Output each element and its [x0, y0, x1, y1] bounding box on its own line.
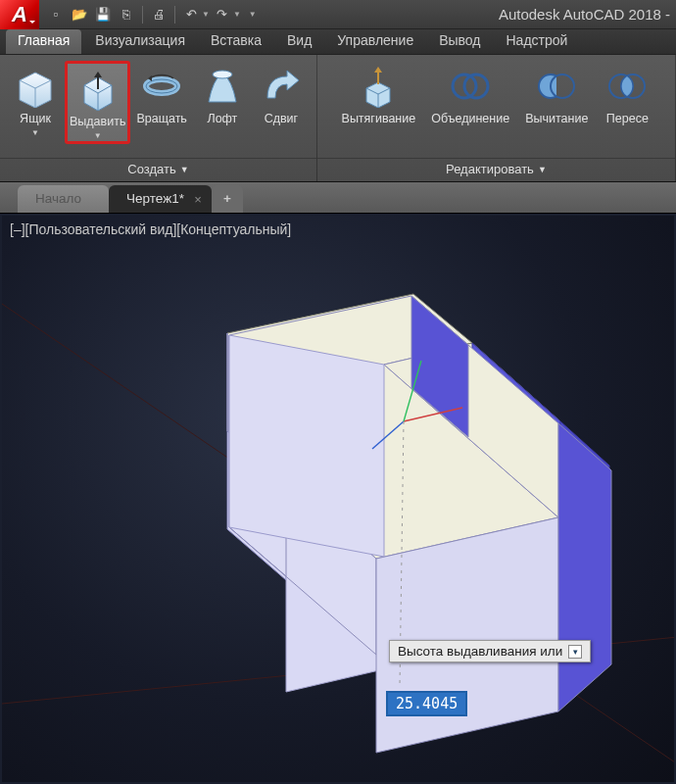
intersect-icon [604, 63, 651, 110]
separator [174, 6, 175, 24]
viewport-controls[interactable]: [–][Пользовательский вид][Концептуальный… [10, 221, 291, 237]
panel-title-label: Создать [127, 162, 175, 176]
tool-label: Выдавить [70, 115, 125, 130]
dynamic-tooltip: Высота выдавливания или ▾ [389, 640, 591, 662]
tab-insert[interactable]: Вставка [199, 29, 273, 54]
tab-label: Управление [337, 32, 413, 48]
panel-title[interactable]: Создать ▼ [0, 158, 316, 181]
loft-icon [199, 63, 246, 110]
tool-label: Вращать [136, 112, 186, 127]
doc-tab-start[interactable]: Начало [18, 185, 109, 213]
subtract-icon [533, 63, 580, 110]
tab-label: Надстрой [507, 32, 568, 48]
3d-solid[interactable] [110, 265, 619, 774]
tool-presspull[interactable]: Вытягивание [336, 61, 422, 129]
doc-tab-label: Начало [35, 191, 81, 206]
dropdown-icon[interactable]: ▼ [31, 129, 39, 138]
separator [142, 6, 143, 24]
tool-intersect[interactable]: Пересе [598, 61, 656, 129]
sweep-icon [258, 63, 305, 110]
tool-union[interactable]: Объединение [425, 61, 515, 129]
tool-label: Ящик [20, 112, 51, 127]
tab-addins[interactable]: Надстрой [495, 29, 580, 54]
close-icon[interactable]: × [194, 192, 202, 207]
ribbon: Ящик ▼ Выдавить ▼ Вращать [0, 55, 676, 182]
tab-output[interactable]: Вывод [427, 29, 492, 54]
presspull-icon [355, 63, 402, 110]
app-menu-button[interactable]: A [0, 0, 39, 29]
tab-label: Главная [18, 32, 70, 48]
chevron-down-icon: ▼ [180, 165, 189, 174]
new-tab-button[interactable]: + [212, 185, 243, 213]
app-title: Autodesk AutoCAD 2018 - [263, 6, 676, 23]
svg-marker-5 [94, 72, 102, 77]
tab-view[interactable]: Вид [275, 29, 323, 54]
doc-tab-drawing1[interactable]: Чертеж1* × [109, 185, 212, 213]
svg-point-9 [213, 71, 232, 78]
box-icon [12, 63, 59, 110]
print-icon[interactable]: 🖨 [148, 4, 169, 25]
saveas-icon[interactable]: ⎘ [116, 4, 137, 25]
union-icon [447, 63, 494, 110]
new-icon[interactable]: ▫ [45, 4, 67, 25]
redo-icon[interactable]: ↷ [212, 4, 233, 25]
doc-tab-label: Чертеж1* [126, 191, 184, 206]
panel-title[interactable]: Редактировать ▼ [317, 158, 675, 181]
tool-label: Сдвиг [265, 112, 299, 127]
quick-access-toolbar: ▫ 📂 💾 ⎘ 🖨 ↶▼ ↷▼ ▼ [39, 0, 263, 28]
revolve-icon [138, 63, 185, 110]
tool-sweep[interactable]: Сдвиг [252, 61, 311, 129]
tool-label: Вытягивание [342, 112, 416, 127]
tab-manage[interactable]: Управление [325, 29, 425, 54]
tooltip-more-icon[interactable]: ▾ [568, 645, 582, 659]
panel-create: Ящик ▼ Выдавить ▼ Вращать [0, 55, 317, 181]
svg-marker-52 [229, 335, 384, 557]
chevron-down-icon: ▼ [538, 165, 547, 174]
title-bar: A ▫ 📂 💾 ⎘ 🖨 ↶▼ ↷▼ ▼ Autodesk AutoCAD 201… [0, 0, 676, 29]
tool-label: Объединение [431, 112, 509, 127]
tool-subtract[interactable]: Вычитание [519, 61, 594, 129]
svg-marker-13 [374, 67, 382, 73]
svg-marker-47 [558, 423, 611, 711]
tool-revolve[interactable]: Вращать [130, 61, 192, 129]
tool-box[interactable]: Ящик ▼ [6, 61, 65, 140]
tab-label: Вставка [211, 32, 262, 48]
svg-marker-44 [376, 517, 558, 753]
tool-label: Лофт [207, 112, 237, 127]
tab-label: Вид [287, 32, 312, 48]
dynamic-input[interactable]: 25.4045 [386, 691, 467, 716]
tab-label: Вывод [439, 32, 480, 48]
extrude-icon [74, 66, 121, 113]
tool-label: Вычитание [525, 112, 588, 127]
undo-icon[interactable]: ↶ [180, 4, 202, 25]
tooltip-text: Высота выдавливания или [398, 644, 562, 659]
tool-label: Пересе [606, 112, 649, 127]
document-tabs: Начало Чертеж1* × + [0, 182, 676, 214]
tab-home[interactable]: Главная [6, 29, 81, 54]
app-logo-letter: A [12, 2, 27, 27]
open-icon[interactable]: 📂 [69, 4, 90, 25]
drawing-viewport[interactable]: [–][Пользовательский вид][Концептуальный… [2, 216, 674, 782]
save-icon[interactable]: 💾 [92, 4, 114, 25]
tab-label: Визуализация [95, 32, 185, 48]
panel-edit: Вытягивание Объединение Вычитание Пересе [317, 55, 676, 181]
tab-visualize[interactable]: Визуализация [83, 29, 197, 54]
tool-extrude[interactable]: Выдавить ▼ [65, 61, 130, 144]
dropdown-icon[interactable]: ▼ [94, 132, 102, 141]
panel-title-label: Редактировать [446, 162, 534, 176]
tool-loft[interactable]: Лофт [193, 61, 252, 129]
ribbon-tabs: Главная Визуализация Вставка Вид Управле… [0, 29, 676, 55]
